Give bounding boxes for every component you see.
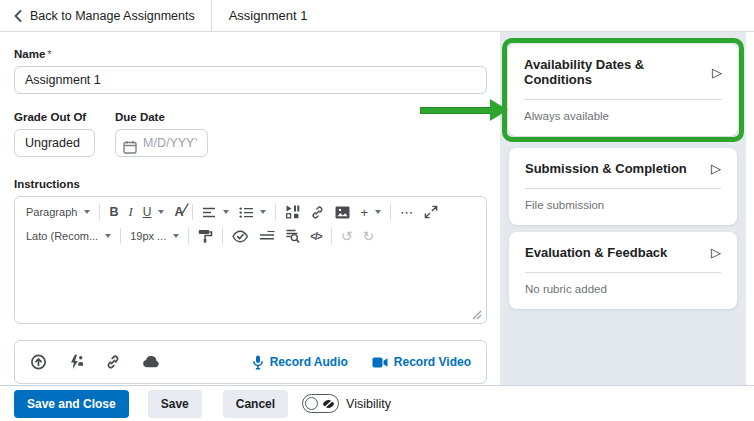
annotation-arrow	[420, 99, 508, 121]
align-left-icon	[202, 207, 216, 218]
card-header[interactable]: Submission & Completion ▷	[525, 161, 721, 176]
more-actions-button[interactable]: ⋯	[395, 202, 419, 223]
editor-toolbar-row1: Paragraph B I U A	[15, 197, 486, 224]
back-link-label: Back to Manage Assignments	[30, 9, 195, 23]
font-color-button[interactable]: A	[169, 202, 188, 222]
redo-button[interactable]: ↻	[357, 225, 379, 247]
topbar-divider	[211, 0, 212, 31]
card-summary: No rubric added	[525, 283, 721, 295]
visibility-toggle[interactable]	[302, 394, 339, 413]
word-count-icon	[259, 230, 275, 242]
list-dropdown[interactable]	[234, 204, 271, 221]
calendar-icon	[123, 140, 137, 154]
italic-icon: I	[128, 204, 132, 220]
toggle-knob	[305, 397, 318, 410]
due-date-group: Due Date	[115, 107, 208, 157]
resize-handle[interactable]	[472, 310, 482, 320]
source-code-icon: </>	[310, 231, 321, 242]
insert-stuff-button[interactable]	[280, 202, 305, 222]
grade-out-of-input[interactable]	[14, 129, 95, 157]
attachments-bar: Record Audio Record Video	[14, 340, 487, 384]
source-code-button[interactable]: </>	[305, 228, 326, 245]
toolbar-separator	[390, 204, 391, 220]
insert-image-button[interactable]	[330, 203, 355, 222]
rich-text-editor: Paragraph B I U A	[14, 196, 487, 324]
card-header[interactable]: Evaluation & Feedback ▷	[525, 245, 721, 260]
card-header[interactable]: Availability Dates & Conditions ▷	[524, 57, 722, 87]
instructions-group: Instructions Paragraph B I U A	[14, 174, 487, 324]
name-label: Name	[14, 48, 45, 60]
microphone-icon	[252, 355, 264, 370]
font-color-slash-icon	[181, 203, 189, 215]
cloud-storage-icon[interactable]	[142, 356, 161, 368]
record-video-button[interactable]: Record Video	[372, 355, 471, 369]
card-title: Submission & Completion	[525, 161, 687, 176]
top-bar: Back to Manage Assignments Assignment 1	[0, 0, 754, 32]
save-button[interactable]: Save	[148, 390, 202, 418]
annotation-highlight-box: Availability Dates & Conditions ▷ Always…	[502, 38, 744, 142]
quicklink-button[interactable]	[305, 202, 330, 223]
page-title: Assignment 1	[229, 8, 308, 23]
required-marker: *	[47, 48, 51, 60]
toolbar-separator	[275, 204, 276, 220]
chevron-right-icon: ▷	[712, 66, 722, 79]
word-count-button[interactable]	[254, 227, 280, 245]
font-size-label: 19px ...	[130, 230, 166, 242]
annotation-arrow-shaft	[420, 107, 490, 114]
preview-button[interactable]	[280, 226, 305, 246]
accessibility-checker-button[interactable]	[227, 227, 254, 246]
name-input[interactable]	[14, 66, 487, 94]
insert-other-dropdown[interactable]: +	[355, 202, 386, 223]
preview-icon	[285, 229, 300, 243]
font-family-dropdown[interactable]: Lato (Recom...	[21, 227, 116, 245]
settings-panel: Availability Dates & Conditions ▷ Always…	[500, 32, 746, 385]
back-to-manage-assignments-link[interactable]: Back to Manage Assignments	[0, 9, 211, 23]
toolbar-separator	[192, 204, 193, 220]
alignment-dropdown[interactable]	[197, 204, 234, 221]
main-content: Name* Grade Out Of Due Date Instructions	[0, 32, 754, 385]
cancel-button[interactable]: Cancel	[223, 390, 288, 418]
ellipsis-icon: ⋯	[400, 205, 414, 220]
record-audio-button[interactable]: Record Audio	[252, 355, 348, 370]
undo-button[interactable]: ↺	[336, 225, 358, 247]
bold-button[interactable]: B	[104, 202, 123, 222]
record-audio-label: Record Audio	[270, 355, 348, 369]
card-title: Evaluation & Feedback	[525, 245, 667, 260]
availability-dates-conditions-card[interactable]: Availability Dates & Conditions ▷ Always…	[508, 44, 738, 136]
visibility-label: Visibility	[346, 397, 391, 411]
italic-button[interactable]: I	[123, 201, 137, 223]
fullscreen-button[interactable]	[419, 202, 443, 222]
record-video-label: Record Video	[394, 355, 471, 369]
chevron-down-icon	[260, 210, 266, 214]
annotation-arrow-head	[490, 99, 508, 121]
font-size-dropdown[interactable]: 19px ...	[125, 227, 184, 245]
evaluation-feedback-card[interactable]: Evaluation & Feedback ▷ No rubric added	[509, 232, 737, 309]
upload-file-icon[interactable]	[30, 354, 47, 370]
toolbar-separator	[120, 228, 121, 244]
plus-icon: +	[360, 205, 368, 220]
visibility-toggle-group: Visibility	[302, 394, 391, 413]
attach-existing-activity-icon[interactable]	[68, 354, 84, 370]
paragraph-style-label: Paragraph	[26, 206, 77, 218]
save-and-close-button[interactable]: Save and Close	[14, 390, 129, 418]
toolbar-separator	[99, 204, 100, 220]
chevron-down-icon	[158, 210, 164, 214]
card-title: Availability Dates & Conditions	[524, 57, 712, 87]
underline-dropdown[interactable]: U	[138, 202, 170, 222]
card-divider	[524, 99, 722, 100]
paragraph-style-dropdown[interactable]: Paragraph	[21, 203, 95, 221]
chevron-right-icon: ▷	[711, 246, 721, 259]
font-family-label: Lato (Recom...	[26, 230, 98, 242]
image-icon	[335, 206, 350, 219]
assignment-form: Name* Grade Out Of Due Date Instructions	[0, 32, 500, 385]
format-painter-button[interactable]	[193, 226, 218, 246]
chevron-down-icon	[173, 234, 179, 238]
card-divider	[525, 272, 721, 273]
weblink-icon[interactable]	[105, 354, 121, 370]
card-divider	[525, 188, 721, 189]
chevron-down-icon	[105, 234, 111, 238]
card-summary: Always available	[524, 110, 722, 122]
instructions-editing-area[interactable]	[15, 248, 486, 323]
eye-slash-icon	[322, 399, 335, 409]
submission-completion-card[interactable]: Submission & Completion ▷ File submissio…	[509, 148, 737, 225]
